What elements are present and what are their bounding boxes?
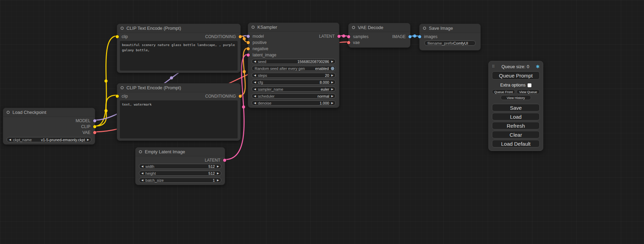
widget-steps[interactable]: ◀ steps 20 ▶ xyxy=(252,73,336,78)
decrement-arrow-icon[interactable]: ◀ xyxy=(254,88,256,91)
input-port-negative-dot[interactable] xyxy=(247,47,250,51)
load-button[interactable]: Load xyxy=(492,113,540,120)
increment-arrow-icon[interactable]: ▶ xyxy=(331,95,333,98)
input-port-latent-image-dot[interactable] xyxy=(247,54,250,57)
decrement-arrow-icon[interactable]: ◀ xyxy=(254,95,256,98)
node-title-bar[interactable]: Save Image xyxy=(420,24,480,33)
queue-small-buttons-row: Queue Front View Queue xyxy=(492,89,540,94)
decrement-arrow-icon[interactable]: ◀ xyxy=(254,102,256,105)
widget-width[interactable]: ◀ width 512 ▶ xyxy=(139,164,221,169)
widget-ckpt-name[interactable]: ◀ ckpt_name v1-5-pruned-emaonly.ckpt ▶ xyxy=(7,137,91,142)
output-port-conditioning-label: CONDITIONING xyxy=(205,94,236,99)
increment-arrow-icon[interactable]: ▶ xyxy=(217,179,219,182)
load-default-button[interactable]: Load Default xyxy=(492,140,540,147)
view-queue-button[interactable]: View Queue xyxy=(517,89,540,94)
collapse-dot-icon[interactable] xyxy=(352,26,355,29)
collapse-dot-icon[interactable] xyxy=(121,86,124,89)
output-port-image-dot[interactable] xyxy=(408,35,412,38)
widget-label: Random seed after every gen xyxy=(255,66,305,71)
view-history-button[interactable]: View History xyxy=(501,95,531,100)
node-title-label: Load Checkpoint xyxy=(12,110,46,115)
increment-arrow-icon[interactable]: ▶ xyxy=(331,88,333,91)
save-button[interactable]: Save xyxy=(492,104,540,111)
output-port-conditioning-dot[interactable] xyxy=(239,94,242,98)
widget-value: 512 xyxy=(209,164,215,169)
node-title-bar[interactable]: KSampler xyxy=(248,23,339,32)
widget-height[interactable]: ◀ height 512 ▶ xyxy=(139,171,221,176)
prompt-textarea[interactable]: beautiful scenery nature glass bottle la… xyxy=(120,41,238,71)
widget-value: enabled xyxy=(315,66,329,71)
node-title-bar[interactable]: Empty Latent Image xyxy=(135,147,225,156)
input-port-clip-dot[interactable] xyxy=(116,94,119,98)
output-port-model-dot[interactable] xyxy=(93,119,96,122)
settings-gear-icon[interactable]: ✱ xyxy=(536,64,540,69)
widget-filename-prefix[interactable]: filename_prefix ComfyUI xyxy=(424,40,476,46)
node-empty-latent-image[interactable]: Empty Latent Image LATENT ◀ width 512 ▶ … xyxy=(135,147,225,185)
node-title-bar[interactable]: CLIP Text Encode (Prompt) xyxy=(117,83,240,92)
output-port-latent-dot[interactable] xyxy=(223,159,226,162)
link-midpoint-dot xyxy=(243,37,246,40)
output-port-conditioning-dot[interactable] xyxy=(239,35,242,38)
decrement-arrow-icon[interactable]: ◀ xyxy=(254,74,256,77)
widget-random-seed-toggle[interactable]: Random seed after every gen enabled xyxy=(252,66,336,71)
node-load-checkpoint[interactable]: Load Checkpoint MODEL CLIP VAE ◀ ckpt_na… xyxy=(3,108,95,145)
input-port-images-dot[interactable] xyxy=(418,35,421,38)
increment-arrow-icon[interactable]: ▶ xyxy=(87,138,89,141)
node-graph-canvas[interactable]: Load Checkpoint MODEL CLIP VAE ◀ ckpt_na… xyxy=(0,0,644,244)
input-port-model-label: model xyxy=(253,34,264,39)
queue-prompt-button[interactable]: Queue Prompt xyxy=(492,71,540,80)
output-port-latent-dot[interactable] xyxy=(337,35,341,38)
increment-arrow-icon[interactable]: ▶ xyxy=(217,165,219,168)
queue-size-label: Queue size: 0 xyxy=(495,64,536,69)
node-save-image[interactable]: Save Image images filename_prefix ComfyU… xyxy=(419,24,481,51)
increment-arrow-icon[interactable]: ▶ xyxy=(331,74,333,77)
decrement-arrow-icon[interactable]: ◀ xyxy=(141,165,143,168)
increment-arrow-icon[interactable]: ▶ xyxy=(217,172,219,175)
input-port-positive-dot[interactable] xyxy=(247,41,250,44)
widget-batch-size[interactable]: ◀ batch_size 1 ▶ xyxy=(139,178,221,183)
node-title-bar[interactable]: VAE Decode xyxy=(349,23,410,32)
widget-sampler-name[interactable]: ◀ sampler_name euler ▶ xyxy=(252,87,336,92)
decrement-arrow-icon[interactable]: ◀ xyxy=(254,60,256,63)
node-title-bar[interactable]: CLIP Text Encode (Prompt) xyxy=(117,24,240,33)
collapse-dot-icon[interactable] xyxy=(139,150,142,153)
decrement-arrow-icon[interactable]: ◀ xyxy=(141,172,143,175)
widget-value: 512 xyxy=(209,171,215,175)
decrement-arrow-icon[interactable]: ◀ xyxy=(9,138,11,141)
queue-front-button[interactable]: Queue Front xyxy=(492,89,515,94)
node-clip-text-encode-positive[interactable]: CLIP Text Encode (Prompt) clip CONDITION… xyxy=(117,24,241,73)
prompt-textarea[interactable]: text, watermark xyxy=(120,100,238,138)
queue-panel: ⠿ Queue size: 0 ✱ Queue Prompt Extra opt… xyxy=(488,61,543,151)
input-port-vae-label: vae xyxy=(353,40,360,45)
increment-arrow-icon[interactable]: ▶ xyxy=(331,102,333,105)
node-vae-decode[interactable]: VAE Decode samples IMAGE vae xyxy=(348,23,411,48)
output-port-clip-dot[interactable] xyxy=(93,125,96,128)
increment-arrow-icon[interactable]: ▶ xyxy=(331,81,333,84)
output-port-vae-dot[interactable] xyxy=(93,131,96,134)
input-port-samples-dot[interactable] xyxy=(347,35,350,38)
drag-handle-icon[interactable]: ⠿ xyxy=(492,64,495,69)
collapse-dot-icon[interactable] xyxy=(252,26,255,29)
collapse-dot-icon[interactable] xyxy=(121,27,124,30)
widget-cfg[interactable]: ◀ cfg 8.000 ▶ xyxy=(252,80,336,85)
refresh-button[interactable]: Refresh xyxy=(492,122,540,129)
view-history-row: View History xyxy=(492,95,540,100)
decrement-arrow-icon[interactable]: ◀ xyxy=(254,81,256,84)
extra-options-checkbox[interactable] xyxy=(528,83,531,87)
widget-scheduler[interactable]: ◀ scheduler normal ▶ xyxy=(252,93,336,99)
input-port-model-dot[interactable] xyxy=(247,35,250,38)
input-port-clip-dot[interactable] xyxy=(116,35,119,38)
decrement-arrow-icon[interactable]: ◀ xyxy=(141,179,143,182)
widget-seed[interactable]: ◀ seed 156680208700286 ▶ xyxy=(252,59,336,64)
input-port-vae-dot[interactable] xyxy=(347,41,350,44)
node-ksampler[interactable]: KSampler model LATENT positive negative … xyxy=(248,22,339,108)
node-title-bar[interactable]: Load Checkpoint xyxy=(3,108,95,117)
increment-arrow-icon[interactable]: ▶ xyxy=(331,60,333,63)
widget-denoise[interactable]: ◀ denoise 1.000 ▶ xyxy=(252,100,336,106)
collapse-dot-icon[interactable] xyxy=(7,111,10,114)
widget-label: batch_size xyxy=(145,178,164,182)
node-clip-text-encode-negative[interactable]: CLIP Text Encode (Prompt) clip CONDITION… xyxy=(117,83,241,141)
collapse-dot-icon[interactable] xyxy=(423,27,426,30)
clear-button[interactable]: Clear xyxy=(492,131,540,138)
toggle-knob-icon[interactable] xyxy=(331,67,334,70)
